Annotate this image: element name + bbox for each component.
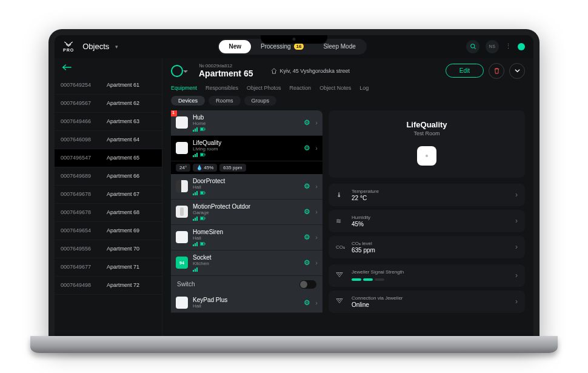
svg-rect-13 [201, 217, 204, 220]
mode-new[interactable]: New [219, 40, 251, 53]
metric-temperature[interactable]: 🌡 Temperature22 °C › [329, 184, 525, 206]
list-item[interactable]: 0007649254Apartment 61 [55, 76, 162, 95]
signal-bars-icon [193, 153, 198, 157]
metric-co2[interactable]: CO₂ CO₂ level635 ppm › [329, 236, 525, 258]
svg-rect-16 [201, 243, 204, 245]
edit-button[interactable]: Edit [446, 64, 484, 78]
menu-icon[interactable]: ⋮ [505, 42, 512, 50]
equipment-subtabs: Devices Rooms Groups [162, 93, 533, 110]
device-thumb [176, 116, 188, 129]
subtab-devices[interactable]: Devices [171, 96, 205, 106]
chevron-right-icon: › [315, 259, 318, 266]
signal-bars-icon [193, 242, 198, 246]
tab-notes[interactable]: Object Notes [319, 85, 351, 91]
object-address: Kyiv, 45 Vyshgorodska street [271, 68, 350, 74]
subtab-groups[interactable]: Groups [244, 96, 277, 106]
arm-status-dropdown[interactable] [171, 65, 193, 77]
chevron-right-icon: › [515, 190, 518, 199]
device-thumb [176, 297, 188, 309]
device-row[interactable]: 1 HubHome ⚙› [171, 110, 322, 136]
list-item[interactable]: 0007649677Apartment 71 [55, 258, 162, 277]
thermometer-icon: 🌡 [336, 191, 346, 198]
humidity-icon: ≋ [336, 217, 346, 225]
objects-sidebar: 0007649254Apartment 61 0007649567Apartme… [55, 58, 162, 344]
svg-rect-15 [205, 243, 205, 245]
chevron-right-icon: › [315, 299, 318, 306]
gear-icon[interactable]: ⚙ [304, 182, 310, 190]
object-header: № 00029da812 Apartment 65 Kyiv, 45 Vyshg… [162, 58, 533, 82]
subtab-rooms[interactable]: Rooms [209, 96, 241, 106]
switch-toggle[interactable] [299, 280, 316, 289]
gear-icon[interactable]: ⚙ [304, 207, 310, 216]
section-label: Objects [82, 42, 109, 51]
device-env-readout: 24° 💧 45% 635 ppm [171, 161, 322, 174]
delete-button[interactable] [489, 63, 504, 79]
signal-bars-icon [193, 191, 198, 195]
laptop-base [30, 336, 558, 353]
svg-line-1 [474, 48, 475, 49]
list-item[interactable]: 0007649556Apartment 70 [55, 240, 162, 258]
device-thumb: 94 [176, 257, 188, 269]
device-preview: LifeQuality Test Room [329, 110, 525, 178]
gear-icon[interactable]: ⚙ [304, 144, 310, 152]
gear-icon[interactable]: ⚙ [304, 258, 310, 267]
chevron-right-icon: › [515, 297, 518, 306]
user-avatar[interactable]: NS [486, 40, 499, 53]
list-item[interactable]: 0007649678Apartment 67 [55, 186, 162, 204]
chevron-right-icon: › [315, 208, 318, 215]
tab-responsibles[interactable]: Responsibles [205, 85, 238, 91]
svg-point-0 [470, 44, 474, 48]
metric-signal-strength[interactable]: Jeweller Signal Strength › [329, 264, 525, 287]
tab-log[interactable]: Log [359, 85, 369, 91]
trash-icon [493, 67, 500, 74]
device-row-selected[interactable]: LifeQualityLiving room ⚙› [171, 136, 322, 161]
search-button[interactable] [466, 40, 479, 53]
battery-icon [200, 217, 205, 220]
chevron-right-icon: › [515, 271, 518, 280]
tab-photos[interactable]: Object Photos [247, 85, 281, 91]
chevron-right-icon: › [515, 243, 518, 251]
switch-row: Switch [171, 276, 322, 293]
list-item[interactable]: 0007649654Apartment 69 [55, 222, 162, 240]
tab-equipment[interactable]: Equipment [171, 85, 197, 91]
list-item[interactable]: 0007649689Apartment 66 [55, 167, 162, 186]
list-item[interactable]: 0007649678Apartment 68 [55, 204, 162, 222]
preview-room: Test Room [335, 130, 519, 136]
device-row[interactable]: DoorProtectHall ⚙› [171, 174, 322, 200]
tab-reaction[interactable]: Reaction [290, 85, 312, 91]
gear-icon[interactable]: ⚙ [304, 298, 310, 307]
section-dropdown[interactable]: Objects ▾ [82, 42, 118, 51]
object-tabs: Equipment Responsibles Object Photos Rea… [162, 82, 533, 93]
device-row[interactable]: 94 SocketKitchen ⚙› [171, 250, 322, 276]
svg-rect-9 [205, 192, 205, 194]
env-hum: 💧 45% [193, 164, 217, 172]
battery-icon [200, 153, 205, 156]
device-thumb [176, 180, 188, 192]
env-co2: 635 ppm [219, 164, 246, 172]
arrow-left-icon [62, 64, 72, 71]
signal-bars-icon [193, 127, 198, 132]
device-row[interactable]: MotionProtect OutdorGarage ⚙› [171, 200, 322, 225]
list-item-selected[interactable]: 0007496547Apartment 65 [55, 149, 162, 167]
list-item[interactable]: 0007649466Apartment 63 [55, 113, 162, 131]
expand-button[interactable] [509, 63, 525, 79]
list-item[interactable]: 0007649567Apartment 62 [55, 95, 162, 113]
chevron-right-icon: › [315, 119, 318, 126]
device-detail-panel: LifeQuality Test Room 🌡 Temperature22 °C… [329, 110, 525, 344]
list-item[interactable]: 0007649498Apartment 72 [55, 277, 162, 295]
chevron-right-icon: › [315, 183, 318, 190]
object-title-block: № 00029da812 Apartment 65 [199, 63, 253, 78]
back-button[interactable] [55, 58, 162, 76]
gear-icon[interactable]: ⚙ [304, 233, 310, 241]
device-row[interactable]: HomeSirenHall ⚙› [171, 225, 322, 250]
svg-rect-4 [201, 128, 204, 130]
status-indicator [518, 43, 525, 50]
device-row[interactable]: KeyPad PlusHall ⚙› [171, 293, 322, 313]
list-item[interactable]: 0007646098Apartment 64 [55, 131, 162, 149]
metric-connection[interactable]: Connection via JewellerOnline › [329, 291, 525, 313]
gear-icon[interactable]: ⚙ [304, 118, 310, 127]
camera-notch [261, 35, 327, 44]
battery-icon [200, 191, 205, 195]
object-content: № 00029da812 Apartment 65 Kyiv, 45 Vyshg… [162, 58, 533, 344]
metric-humidity[interactable]: ≋ Humidity45% › [329, 210, 525, 232]
